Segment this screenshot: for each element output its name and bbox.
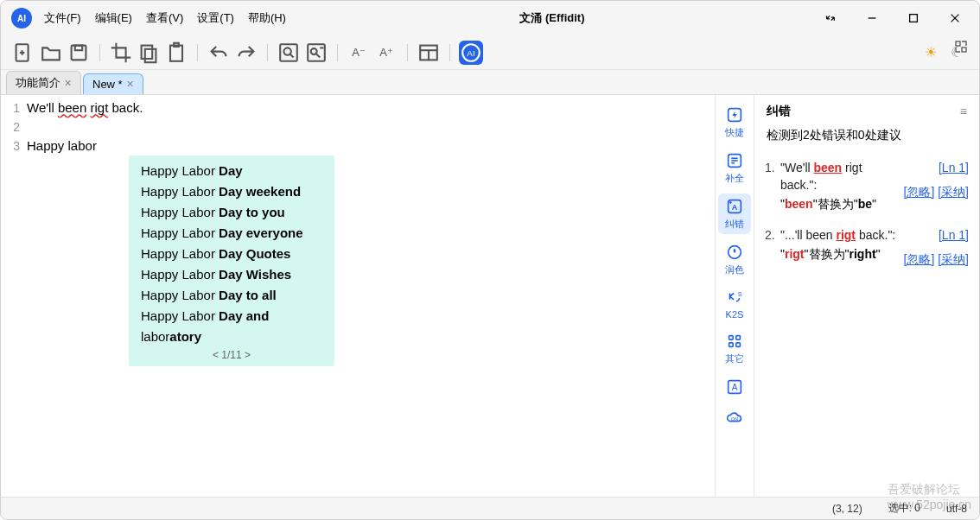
- sidebar-extra-cloud[interactable]: ON: [718, 405, 751, 431]
- paste-button[interactable]: [164, 41, 188, 65]
- encoding: utf-8: [946, 503, 967, 515]
- editor-line[interactable]: 3Happy labor: [1, 136, 715, 155]
- suggestion-item[interactable]: Happy Labor Day to all: [129, 285, 334, 306]
- crop-button[interactable]: [109, 41, 133, 65]
- issue-line-link[interactable]: [Ln 1]: [939, 226, 969, 244]
- svg-rect-1: [910, 15, 918, 22]
- suggestion-item[interactable]: Happy Labor Day everyone: [129, 223, 334, 244]
- svg-rect-37: [736, 336, 741, 340]
- redo-button[interactable]: [234, 41, 258, 65]
- editor-area[interactable]: 1We'll been rigt back.23Happy labor Happ…: [1, 95, 715, 497]
- svg-rect-9: [142, 45, 153, 58]
- menu-item[interactable]: 设置(T): [192, 7, 239, 29]
- maximize-button[interactable]: [896, 5, 931, 31]
- svg-rect-25: [956, 41, 960, 46]
- line-number: 3: [1, 136, 27, 155]
- ai-button[interactable]: AI: [459, 41, 483, 65]
- svg-point-17: [311, 48, 317, 54]
- sidebar-item-k2s[interactable]: SK2S: [718, 285, 751, 323]
- suggestion-popup: Happy Labor DayHappy Labor Day weekendHa…: [129, 155, 334, 366]
- close-button[interactable]: [938, 5, 972, 31]
- suggestion-item[interactable]: Happy Labor Day Wishes: [129, 264, 334, 285]
- toolbar: A⁻ A⁺ AI ☀ ☾: [1, 35, 979, 70]
- panel-menu-icon[interactable]: ≡: [960, 105, 967, 118]
- light-theme-button[interactable]: ☀: [919, 41, 943, 65]
- svg-text:ON: ON: [731, 416, 738, 422]
- sidebar-extra-a[interactable]: A: [718, 374, 751, 400]
- svg-line-18: [316, 54, 320, 57]
- suggestion-item[interactable]: laboratory: [129, 327, 334, 347]
- svg-rect-10: [145, 48, 156, 61]
- svg-text:A: A: [732, 203, 738, 212]
- tab-close-icon[interactable]: ✕: [64, 78, 72, 89]
- line-number: 1: [1, 98, 27, 117]
- panel-title: 纠错: [767, 104, 791, 119]
- svg-text:S: S: [738, 290, 742, 298]
- window-title: 文涌 (Effidit): [291, 10, 813, 26]
- app-icon: AI: [11, 8, 32, 29]
- issue-ignore-link[interactable]: [忽略]: [904, 252, 935, 266]
- sidebar-item-grid[interactable]: 其它: [718, 328, 751, 369]
- menu-item[interactable]: 文件(F): [39, 7, 86, 29]
- svg-rect-39: [736, 343, 741, 347]
- issue-item: 1."We'll been rigt back.":"been"替换为"be"[…: [761, 152, 972, 219]
- correction-panel: 纠错 ≡ 检测到2处错误和0处建议 1."We'll been rigt bac…: [754, 95, 979, 497]
- tab[interactable]: New *✕: [83, 73, 143, 94]
- svg-rect-11: [170, 45, 182, 60]
- svg-rect-8: [75, 45, 82, 50]
- editor-line[interactable]: 1We'll been rigt back.: [1, 98, 715, 117]
- menu-item[interactable]: 帮助(H): [243, 7, 291, 29]
- menu-item[interactable]: 编辑(E): [90, 7, 137, 29]
- sidebar-item-correct[interactable]: A纠错: [718, 193, 751, 234]
- menu-item[interactable]: 查看(V): [141, 7, 188, 29]
- cursor-position: (3, 12): [832, 503, 862, 515]
- svg-rect-38: [729, 343, 734, 347]
- suggestion-pager[interactable]: < 1/11 >: [129, 347, 334, 361]
- svg-line-15: [290, 54, 293, 57]
- suggestion-item[interactable]: Happy Labor Day Quotes: [129, 244, 334, 264]
- issue-ignore-link[interactable]: [忽略]: [904, 185, 935, 199]
- open-file-button[interactable]: [39, 41, 63, 65]
- save-button[interactable]: [67, 41, 91, 65]
- svg-text:AI: AI: [467, 48, 474, 58]
- fullscreen-button[interactable]: [813, 5, 848, 31]
- titlebar: AI 文件(F)编辑(E)查看(V)设置(T)帮助(H) 文涌 (Effidit…: [1, 1, 979, 35]
- svg-rect-36: [729, 336, 734, 340]
- svg-text:A: A: [732, 383, 738, 392]
- svg-rect-26: [962, 48, 966, 52]
- tab-bar: 功能简介✕New *✕: [1, 70, 979, 94]
- suggestion-item[interactable]: Happy Labor Day and: [129, 306, 334, 327]
- tab-close-icon[interactable]: ✕: [126, 79, 134, 90]
- feature-sidebar: 快捷补全A纠错润色SK2S其它AON: [715, 95, 754, 497]
- sidebar-item-complete[interactable]: 补全: [718, 148, 751, 188]
- sidebar-item-bolt[interactable]: 快捷: [718, 102, 751, 143]
- menu-bar: 文件(F)编辑(E)查看(V)设置(T)帮助(H): [39, 7, 291, 29]
- issue-line-link[interactable]: [Ln 1]: [939, 159, 969, 176]
- decrease-font-button[interactable]: A⁻: [347, 41, 371, 65]
- sidebar-item-polish[interactable]: 润色: [718, 239, 751, 280]
- selection-count: 选中: 0: [888, 501, 920, 516]
- replace-button[interactable]: [304, 41, 328, 65]
- line-number: 2: [1, 117, 27, 136]
- editor-line[interactable]: 2: [1, 117, 715, 136]
- copy-button[interactable]: [137, 41, 161, 65]
- suggestion-item[interactable]: Happy Labor Day: [129, 161, 334, 181]
- svg-rect-13: [280, 44, 297, 61]
- suggestion-item[interactable]: Happy Labor Day to you: [129, 202, 334, 223]
- svg-rect-7: [72, 45, 86, 60]
- issue-accept-link[interactable]: [采纳]: [938, 252, 969, 266]
- tab[interactable]: 功能简介✕: [6, 71, 81, 94]
- minimize-button[interactable]: [855, 5, 889, 31]
- undo-button[interactable]: [207, 41, 231, 65]
- panel-summary: 检测到2处错误和0处建议: [754, 124, 979, 152]
- expand-panel-icon[interactable]: [954, 40, 968, 57]
- new-file-button[interactable]: [11, 41, 35, 65]
- issue-item: 2."...'ll been rigt back.":"rigt"替换为"rig…: [761, 219, 972, 275]
- increase-font-button[interactable]: A⁺: [374, 41, 398, 65]
- issue-accept-link[interactable]: [采纳]: [938, 185, 969, 199]
- find-button[interactable]: [277, 41, 301, 65]
- suggestion-item[interactable]: Happy Labor Day weekend: [129, 181, 334, 202]
- layout-button[interactable]: [417, 41, 441, 65]
- status-bar: (3, 12) 选中: 0 utf-8: [1, 497, 979, 519]
